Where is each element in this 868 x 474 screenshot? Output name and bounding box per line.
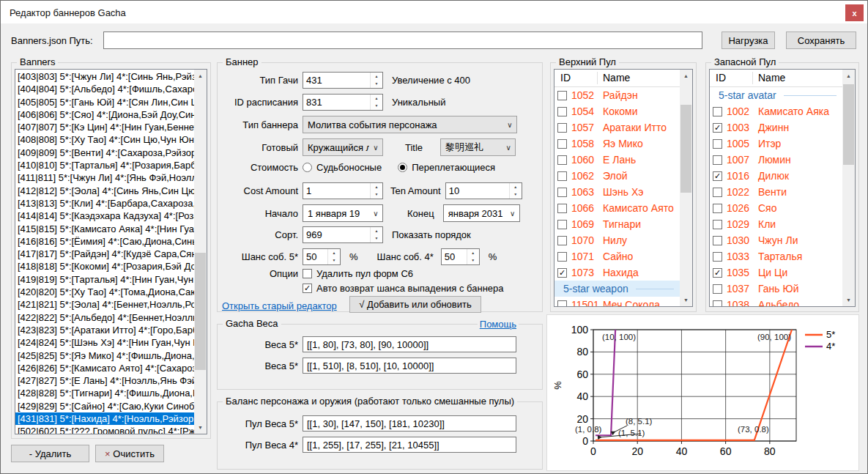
prefab-select[interactable]: Кружащийся л ∨ [303,138,383,156]
banner-list-item[interactable]: [416|816] 5*:[Ёимия] 4*:[Саю,Диона,Синь [15,235,194,248]
pool-row-checkbox[interactable] [713,252,722,262]
spin-up-icon[interactable]: ▲ [371,183,382,191]
banner-list-item[interactable]: [405|805] 5*:[Гань Юй] 4*:[Сян Лин,Син Ц [15,96,194,108]
upper-pool-scrollbar[interactable]: ▲ ▼ [680,70,692,306]
banner-type-select[interactable]: Молитва события персонажа ∨ [303,116,517,133]
open-old-editor-link[interactable]: Открыть старый редактор [222,300,337,311]
id-column-header[interactable]: ID [560,72,571,84]
scroll-up-icon[interactable]: ▲ [194,70,207,82]
pool-row-checkbox[interactable] [713,204,722,213]
pool-row[interactable]: 1070Нилу [554,232,680,248]
spin-down-icon[interactable]: ▼ [371,191,382,199]
spin-down-icon[interactable]: ▼ [510,191,522,199]
chance4-spinner[interactable]: 50 ▲▼ [441,248,480,265]
pool-row-checkbox[interactable] [557,204,567,213]
scroll-thumb[interactable] [680,105,691,193]
sort-spinner[interactable]: 969 ▲▼ [303,226,383,243]
banners-scrollbar[interactable]: ▲ ▼ [194,70,207,434]
pool-row-checkbox[interactable] [557,155,567,165]
pool-row[interactable]: 1022Венти [710,184,842,200]
scroll-thumb[interactable] [195,253,206,370]
chance5-spinner[interactable]: 50 ▲▼ [303,248,341,265]
name-column-header[interactable]: Name [603,72,630,84]
banner-list-item[interactable]: [406|806] 5*:[Сяо] 4*:[Диона,Бэй Доу,Син [15,108,194,121]
banner-list-item[interactable]: [411|811] 5*:[Чжун Ли] 4*:[Янь Фэй,Ноэлл [15,171,194,184]
help-link[interactable]: Помощь [478,319,519,330]
pool-row[interactable]: ✓1003Джинн [710,119,842,136]
pool-row-checkbox[interactable] [557,171,567,181]
cost-amount-spinner[interactable]: 1 ▲▼ [303,182,383,199]
pool-row[interactable]: 1057Аратаки Итто [554,119,680,136]
banner-list-item[interactable]: [423|823] 5*:[Аратаки Итто] 4*:[Горо,Бар… [15,324,194,336]
pool-row-checkbox[interactable]: ✓ [713,123,722,133]
scroll-up-icon[interactable]: ▲ [842,70,855,82]
banners-listbox[interactable]: [403|803] 5*:[Чжун Ли] 4*:[Синь Янь,Рэйз… [15,69,207,434]
spin-up-icon[interactable]: ▲ [328,249,340,257]
name-column-header[interactable]: Name [758,72,785,84]
pool-row-checkbox[interactable] [713,236,722,245]
pool-row-checkbox[interactable] [557,252,567,262]
spin-up-icon[interactable]: ▲ [467,249,479,257]
banner-list-item[interactable]: [413|813] 5*:[Кли] 4*:[Барбара,Сахароза,… [15,197,194,210]
pool-row-checkbox[interactable] [557,107,567,116]
pool-row[interactable]: 1054Кокоми [554,103,680,119]
banner-list-item[interactable]: [420|820] 5*:[Ху Тао] 4*:[Тома,Диона,Саю… [15,286,194,298]
id-column-header[interactable]: ID [716,72,726,84]
pool-row[interactable]: 1038Альбедо [710,297,842,306]
spin-up-icon[interactable]: ▲ [510,183,522,191]
pool-row[interactable]: 1052Райдэн [554,87,680,103]
pool-row[interactable]: 1007Люмин [710,152,842,168]
banner-list-item[interactable]: [502|602] 5*:[???,Громовой пульс] 4*:[Рж… [15,425,194,434]
banner-list-item[interactable]: [427|827] 5*:[Е Лань] 4*:[Ноэлль,Янь Фэй… [15,374,194,387]
pool-row[interactable]: 1029Кли [710,216,842,232]
scroll-up-icon[interactable]: ▲ [680,70,692,82]
pool-row-checkbox[interactable] [713,284,722,294]
banner-list-item[interactable]: [419|819] 5*:[Тарталья] 4*:[Нин Гуан,Чун [15,273,194,286]
cost-radio-intertwined[interactable] [398,163,407,172]
pool-row[interactable]: 1002Камисато Аяка [710,103,842,119]
pool-row[interactable]: 1069Тигнари [554,216,680,232]
pool-row-checkbox[interactable] [557,220,567,229]
pool-row-checkbox[interactable] [557,91,567,100]
banner-list-item[interactable]: [407|807] 5*:[Кэ Цин] 4*:[Нин Гуан,Бенне… [15,121,194,133]
banner-list-item[interactable]: [403|803] 5*:[Чжун Ли] 4*:[Синь Янь,Рэйз… [15,70,194,83]
pool-row[interactable]: ✓1073Нахида [554,264,680,281]
pool-row-checkbox[interactable] [557,139,567,149]
weights4-input[interactable] [303,358,516,374]
pool-row[interactable]: 1060Е Лань [554,152,680,168]
pool-row[interactable]: ✓1016Дилюк [710,168,842,184]
pool-row-checkbox[interactable] [713,220,722,229]
banner-list-item[interactable]: [429|829] 5*:[Сайно] 4*:[Саю,Куки Синобу [15,400,194,412]
banner-list-item[interactable]: [431|831] 5*:[Нахида] 4*:[Ноэлль,Рэйзор,… [15,412,194,425]
cost-radio-fate[interactable] [303,163,312,172]
spin-up-icon[interactable]: ▲ [371,95,382,103]
pool-row[interactable]: 1037Гань Юй [710,281,842,297]
pool-row[interactable]: 1026Сяо [710,200,842,216]
scroll-down-icon[interactable]: ▼ [680,294,692,306]
delete-banner-button[interactable]: - Удалить [11,445,89,462]
weights5-input[interactable] [303,336,516,352]
path-input[interactable] [103,32,702,49]
pool-weights4-input[interactable] [303,437,516,453]
banner-list-item[interactable]: [410|810] 5*:[Тарталья] 4*:[Розария,Барб… [15,159,194,171]
pool-row-checkbox[interactable]: ✓ [713,171,722,181]
banner-list-item[interactable]: [425|825] 5*:[Яэ Мико] 4*:[Фишль,Диона, [15,349,194,362]
banner-list-item[interactable]: [409|809] 5*:[Венти] 4*:[Сахароза,Рэйзор… [15,147,194,159]
remove-pool-checkbox[interactable] [303,269,312,278]
banner-list-item[interactable]: [428|828] 5*:[Тигнари] 4*:[Фишль,Диона,К [15,387,194,399]
spin-down-icon[interactable]: ▼ [467,257,479,265]
pool-row[interactable]: 1030Чжун Ли [710,232,842,248]
banner-list-item[interactable]: [422|822] 5*:[Альбедо] 4*:[Беннет,Ноэлль… [15,311,194,324]
pool-row-checkbox[interactable] [557,188,567,197]
pool-row-checkbox[interactable]: ✓ [557,268,567,278]
title-select[interactable]: 黎明巡礼 ∨ [440,138,516,156]
pool-weights5-input[interactable] [303,415,516,432]
pool-row[interactable]: 1005Итэр [710,136,842,152]
end-date-select[interactable]: января 2031 ∨ [443,204,520,222]
close-button[interactable]: x [845,4,864,21]
spin-down-icon[interactable]: ▼ [371,235,382,243]
pool-row[interactable]: ✓1035Ци Ци [710,264,842,281]
scroll-thumb[interactable] [843,84,854,165]
scroll-down-icon[interactable]: ▼ [194,421,207,434]
pool-row[interactable]: 1062Элой [554,168,680,184]
